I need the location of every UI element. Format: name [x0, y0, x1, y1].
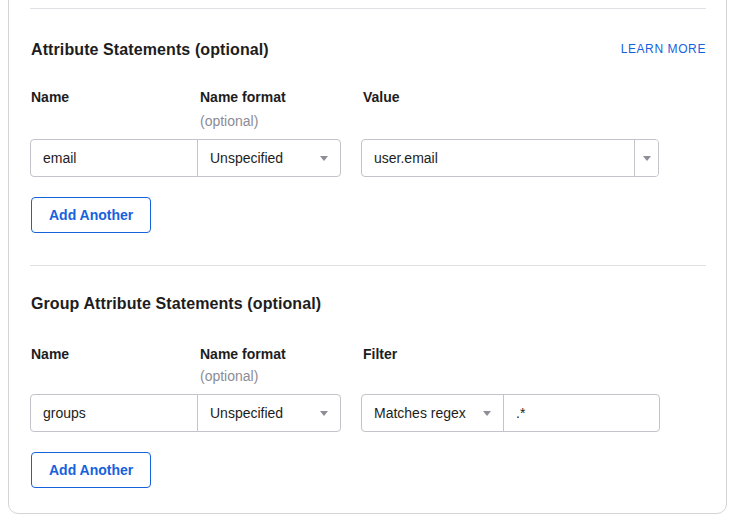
- column-header-name: Name: [31, 90, 69, 105]
- chevron-down-icon: [320, 411, 328, 416]
- group-attribute-name-input[interactable]: [30, 394, 198, 432]
- group-attribute-name-format-value: Unspecified: [210, 405, 283, 421]
- add-another-attribute-button[interactable]: Add Another: [31, 197, 151, 233]
- column-header-filter: Filter: [363, 347, 397, 362]
- add-another-group-attribute-button[interactable]: Add Another: [31, 452, 151, 488]
- chevron-down-icon: [483, 411, 491, 416]
- column-header-name-format-note: (optional): [200, 369, 258, 384]
- chevron-down-icon: [320, 156, 328, 161]
- section-divider-middle: [30, 265, 706, 266]
- filter-value-input[interactable]: [504, 395, 659, 431]
- filter-type-select[interactable]: Matches regex: [362, 395, 503, 431]
- group-attribute-statements-title: Group Attribute Statements (optional): [31, 295, 321, 313]
- learn-more-link[interactable]: LEARN MORE: [621, 43, 706, 56]
- attribute-value-dropdown-button[interactable]: [635, 140, 658, 176]
- group-attribute-name-format-select[interactable]: Unspecified: [197, 394, 341, 432]
- attribute-name-format-value: Unspecified: [210, 150, 283, 166]
- settings-card: [8, 0, 727, 514]
- column-header-name: Name: [31, 347, 69, 362]
- chevron-down-icon: [643, 156, 651, 161]
- column-header-value: Value: [363, 90, 400, 105]
- column-header-name-format-note: (optional): [200, 114, 258, 129]
- attribute-value-input[interactable]: [362, 140, 634, 176]
- attribute-statements-title: Attribute Statements (optional): [31, 41, 269, 59]
- attribute-name-format-select[interactable]: Unspecified: [197, 139, 341, 177]
- filter-type-value: Matches regex: [374, 405, 466, 421]
- column-header-name-format: Name format: [200, 90, 286, 105]
- column-header-name-format: Name format: [200, 347, 286, 362]
- group-attribute-filter-control: Matches regex: [361, 394, 660, 432]
- attribute-name-input[interactable]: [30, 139, 198, 177]
- attribute-value-combobox: [361, 139, 659, 177]
- section-divider-top: [30, 8, 706, 9]
